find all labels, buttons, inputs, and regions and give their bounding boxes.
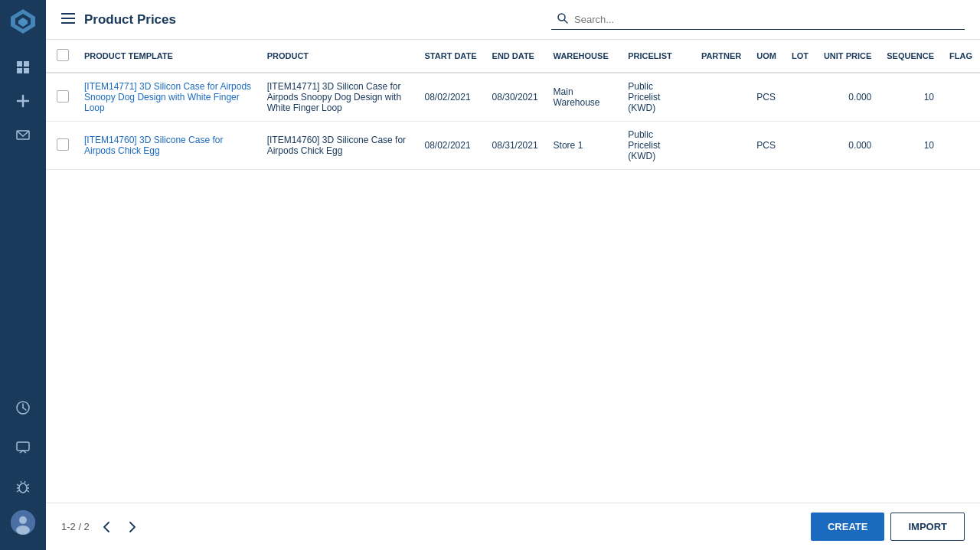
select-all-checkbox-header[interactable] — [46, 40, 77, 73]
cell-flag-0 — [942, 73, 980, 122]
pagination: 1-2 / 2 — [61, 518, 142, 536]
cell-partner-1 — [694, 122, 749, 170]
col-header-pricelist: PRICELIST — [620, 40, 694, 73]
svg-rect-13 — [17, 442, 29, 451]
svg-line-19 — [17, 490, 19, 492]
cell-start-date-1: 08/02/2021 — [417, 122, 485, 170]
pagination-next[interactable] — [123, 518, 142, 536]
svg-point-24 — [19, 516, 27, 524]
cell-unit-price-0: 0.000 — [816, 73, 879, 122]
sidebar — [0, 0, 46, 550]
row-checkbox-cell-1[interactable] — [46, 122, 77, 170]
svg-point-25 — [16, 526, 30, 535]
footer-actions: CREATE IMPORT — [811, 513, 965, 541]
svg-line-20 — [27, 490, 29, 492]
cell-start-date-0: 08/02/2021 — [417, 73, 485, 122]
table-row: [ITEM14771] 3D Silicon Case for Airpods … — [46, 73, 980, 122]
cell-partner-0 — [694, 73, 749, 122]
bug-icon[interactable] — [11, 475, 35, 500]
cell-pricelist-0: Public Pricelist (KWD) — [620, 73, 694, 122]
svg-line-15 — [17, 484, 19, 486]
col-header-product: PRODUCT — [260, 40, 417, 73]
chat-icon[interactable] — [11, 435, 35, 460]
cell-uom-0: PCS — [749, 73, 784, 122]
add-icon[interactable] — [11, 89, 35, 113]
grid-icon[interactable] — [11, 55, 35, 80]
main-content: Product Prices PRODUCT TEMPLATE PRODUCT — [46, 0, 980, 550]
svg-line-22 — [24, 481, 25, 483]
cell-sequence-1: 10 — [879, 122, 942, 170]
search-bar — [551, 10, 965, 30]
svg-rect-6 — [24, 68, 29, 73]
mail-icon[interactable] — [11, 122, 35, 147]
avatar[interactable] — [11, 510, 35, 535]
cell-end-date-0: 08/30/2021 — [485, 73, 546, 122]
cell-warehouse-1: Store 1 — [546, 122, 621, 170]
col-header-start-date: START DATE — [417, 40, 485, 73]
col-header-warehouse: WAREHOUSE — [546, 40, 621, 73]
svg-point-14 — [19, 483, 27, 493]
cell-flag-1 — [942, 122, 980, 170]
svg-rect-3 — [17, 61, 22, 67]
svg-rect-5 — [17, 68, 22, 73]
cell-sequence-0: 10 — [879, 73, 942, 122]
menu-icon[interactable] — [61, 11, 75, 28]
cell-end-date-1: 08/31/2021 — [485, 122, 546, 170]
app-logo[interactable] — [9, 8, 37, 35]
col-header-sequence: SEQUENCE — [879, 40, 942, 73]
cell-product-template-1[interactable]: [ITEM14760] 3D Silicone Case for Airpods… — [77, 122, 260, 170]
table-row: [ITEM14760] 3D Silicone Case for Airpods… — [46, 122, 980, 170]
cell-product-0: [ITEM14771] 3D Silicon Case for Airpods … — [260, 73, 417, 122]
cell-product-template-0[interactable]: [ITEM14771] 3D Silicon Case for Airpods … — [77, 73, 260, 122]
cell-lot-0 — [784, 73, 816, 122]
import-button[interactable]: IMPORT — [890, 513, 965, 541]
svg-line-21 — [21, 481, 21, 483]
page-title: Product Prices — [84, 12, 551, 28]
search-icon — [557, 13, 568, 26]
svg-line-30 — [564, 20, 567, 23]
clock-icon[interactable] — [11, 395, 35, 420]
create-button[interactable]: CREATE — [811, 513, 884, 541]
col-header-end-date: END DATE — [485, 40, 546, 73]
cell-lot-1 — [784, 122, 816, 170]
cell-product-1: [ITEM14760] 3D Silicone Case for Airpods… — [260, 122, 417, 170]
col-header-lot: LOT — [784, 40, 816, 73]
select-all-checkbox[interactable] — [57, 49, 69, 61]
topbar: Product Prices — [46, 0, 980, 40]
svg-line-16 — [27, 484, 29, 486]
table-container: PRODUCT TEMPLATE PRODUCT START DATE END … — [46, 40, 980, 503]
col-header-partner: PARTNER — [694, 40, 749, 73]
cell-warehouse-0: Main Warehouse — [546, 73, 621, 122]
col-header-flag: FLAG — [942, 40, 980, 73]
cell-unit-price-1: 0.000 — [816, 122, 879, 170]
search-input[interactable] — [574, 14, 959, 25]
table-header-row: PRODUCT TEMPLATE PRODUCT START DATE END … — [46, 40, 980, 73]
sidebar-bottom — [11, 391, 35, 542]
col-header-uom: UOM — [749, 40, 784, 73]
pagination-prev[interactable] — [97, 518, 116, 536]
cell-uom-1: PCS — [749, 122, 784, 170]
col-header-product-template: PRODUCT TEMPLATE — [77, 40, 260, 73]
pagination-label: 1-2 / 2 — [61, 521, 90, 532]
footer: 1-2 / 2 CREATE IMPORT — [46, 503, 980, 550]
row-checkbox-cell-0[interactable] — [46, 73, 77, 122]
row-checkbox-0[interactable] — [57, 90, 69, 103]
cell-pricelist-1: Public Pricelist (KWD) — [620, 122, 694, 170]
svg-rect-4 — [24, 61, 29, 67]
product-prices-table: PRODUCT TEMPLATE PRODUCT START DATE END … — [46, 40, 980, 170]
col-header-unit-price: UNIT PRICE — [816, 40, 879, 73]
svg-line-12 — [23, 408, 26, 410]
row-checkbox-1[interactable] — [57, 138, 69, 151]
